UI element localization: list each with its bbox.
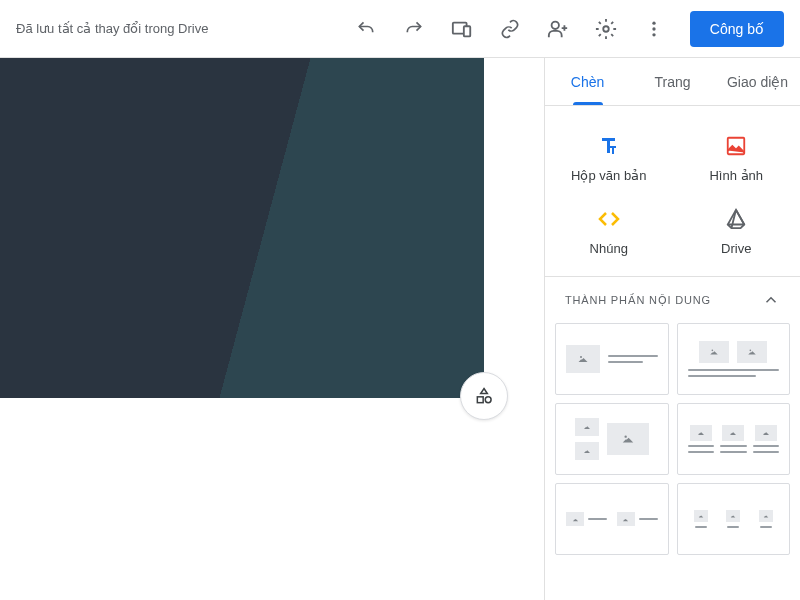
svg-point-3: [603, 26, 609, 32]
insert-embed[interactable]: Nhúng: [545, 195, 673, 268]
svg-point-12: [750, 350, 752, 352]
share-button[interactable]: [534, 5, 582, 53]
tab-pages[interactable]: Trang: [630, 58, 715, 105]
right-sidebar: Chèn Trang Giao diện Hộp văn bản Hình ản…: [544, 58, 800, 600]
publish-button[interactable]: Công bố: [690, 11, 784, 47]
svg-point-4: [652, 21, 655, 24]
devices-icon: [451, 18, 473, 40]
tab-themes[interactable]: Giao diện: [715, 58, 800, 105]
layout-image-text[interactable]: [555, 323, 669, 395]
content-blocks-header[interactable]: THÀNH PHẦN NỘI DUNG: [545, 276, 800, 323]
drive-icon: [724, 207, 748, 231]
svg-point-11: [712, 350, 714, 352]
insert-textbox-label: Hộp văn bản: [571, 168, 646, 183]
insert-image-label: Hình ảnh: [709, 168, 763, 183]
preview-button[interactable]: [438, 5, 486, 53]
content-blocks-title: THÀNH PHẦN NỘI DUNG: [565, 294, 711, 307]
insert-grid: Hộp văn bản Hình ảnh Nhúng Drive: [545, 106, 800, 276]
image-icon: [724, 134, 748, 158]
insert-embed-label: Nhúng: [590, 241, 628, 256]
svg-point-8: [485, 397, 491, 403]
textbox-icon: [597, 134, 621, 158]
svg-point-10: [580, 356, 582, 358]
layout-gallery[interactable]: [555, 403, 669, 475]
gear-icon: [595, 18, 617, 40]
more-button[interactable]: [630, 5, 678, 53]
insert-textbox[interactable]: Hộp văn bản: [545, 122, 673, 195]
canvas-area[interactable]: [0, 58, 544, 600]
layout-two-images-text[interactable]: [677, 323, 791, 395]
sidebar-tabs: Chèn Trang Giao diện: [545, 58, 800, 106]
svg-point-6: [652, 33, 655, 36]
redo-button[interactable]: [390, 5, 438, 53]
embed-icon: [597, 207, 621, 231]
svg-point-13: [624, 436, 626, 438]
svg-rect-7: [477, 397, 483, 403]
undo-icon: [356, 19, 376, 39]
chevron-up-icon: [762, 291, 780, 309]
layout-two-items[interactable]: [555, 483, 669, 555]
redo-icon: [404, 19, 424, 39]
toolbar-actions: Công bố: [342, 5, 784, 53]
svg-rect-1: [464, 26, 470, 36]
layout-grid: [545, 323, 800, 565]
svg-point-2: [551, 21, 558, 28]
main-area: Chèn Trang Giao diện Hộp văn bản Hình ản…: [0, 58, 800, 600]
layout-three-columns[interactable]: [677, 403, 791, 475]
svg-point-5: [652, 27, 655, 30]
insert-drive-label: Drive: [721, 241, 751, 256]
save-status: Đã lưu tất cả thay đổi trong Drive: [16, 21, 208, 36]
main-toolbar: Đã lưu tất cả thay đổi trong Drive Công …: [0, 0, 800, 58]
insert-image[interactable]: Hình ảnh: [673, 122, 801, 195]
insert-drive[interactable]: Drive: [673, 195, 801, 268]
undo-button[interactable]: [342, 5, 390, 53]
shapes-icon: [474, 386, 494, 406]
layout-three-items[interactable]: [677, 483, 791, 555]
page-header-section[interactable]: [0, 58, 484, 398]
link-icon: [500, 19, 520, 39]
person-add-icon: [547, 18, 569, 40]
settings-button[interactable]: [582, 5, 630, 53]
more-vert-icon: [644, 19, 664, 39]
tab-insert[interactable]: Chèn: [545, 58, 630, 105]
add-section-button[interactable]: [460, 372, 508, 420]
link-button[interactable]: [486, 5, 534, 53]
